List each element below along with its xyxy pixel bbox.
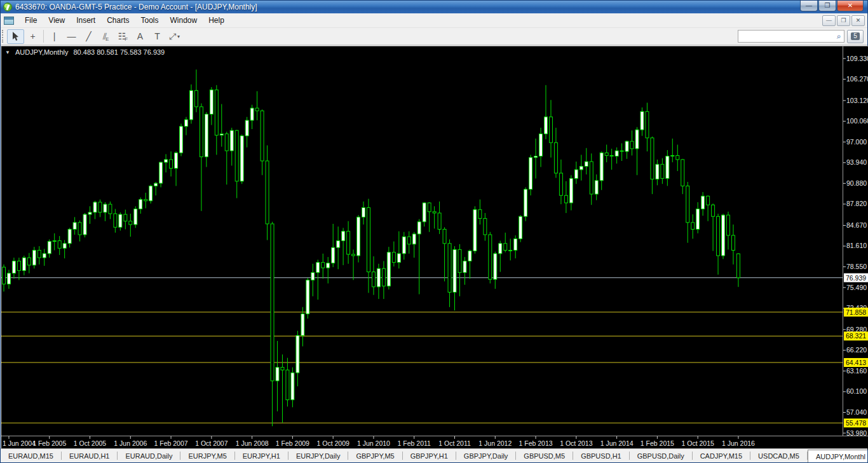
chart-tab-eurjpy-daily[interactable]: EURJPY,Daily	[288, 449, 348, 462]
menu-item-window[interactable]: Window	[165, 14, 203, 27]
time-tick-label: 1 Jun 2008	[236, 439, 269, 447]
arrows-tool-button[interactable]: ⤢▾	[166, 29, 183, 44]
price-tick-label: 90.880	[846, 179, 867, 187]
app-logo-icon	[3, 3, 12, 11]
chart-tab-gbpusd-m5[interactable]: GBPUSD,M5	[516, 449, 573, 462]
chart-tab-gbpjpy-daily[interactable]: GBPJPY,Daily	[456, 449, 516, 462]
time-tick-label: 1 Jun 2016	[722, 439, 755, 447]
window-title: 6433670: OANDA-GMT-5 Practice - Demo Acc…	[15, 3, 257, 11]
menu-item-file[interactable]: File	[19, 14, 43, 27]
time-tick-label: 1 Oct 2009	[316, 439, 349, 447]
chart-tab-eurjpy-h1[interactable]: EURJPY,H1	[235, 449, 288, 462]
time-tick-label: 1 Oct 2011	[438, 439, 471, 447]
menu-item-charts[interactable]: Charts	[101, 14, 135, 27]
vertical-line-tool-button[interactable]: |	[46, 29, 63, 44]
chart-tab-gbpjpy-h1[interactable]: GBPJPY,H1	[403, 449, 456, 462]
collapse-triangle-icon[interactable]: ▼	[5, 50, 10, 55]
toolbar-separator	[43, 30, 44, 43]
chart-tab-bar: EURAUD,M15EURAUD,H1EURAUD,DailyEURJPY,M5…	[1, 448, 867, 462]
time-tick-label: 1 Feb 2007	[154, 439, 188, 447]
notification-count-badge: 5	[851, 32, 860, 40]
chart-tab-eurjpy-m5[interactable]: EURJPY,M5	[180, 449, 234, 462]
price-tick-label: 87.820	[846, 200, 867, 207]
symbol-search-box: ⌕	[738, 30, 844, 43]
hline-label: 55.478	[846, 419, 866, 427]
price-tick-label: 100.060	[846, 117, 868, 125]
title-bar: 6433670: OANDA-GMT-5 Practice - Demo Acc…	[1, 1, 867, 13]
time-tick-label: 1 Oct 2013	[560, 439, 593, 447]
menu-item-view[interactable]: View	[43, 14, 71, 27]
chart-restore-button[interactable]: ❐	[837, 15, 850, 26]
cursor-arrow-icon	[11, 32, 20, 41]
mt4-window: 6433670: OANDA-GMT-5 Practice - Demo Acc…	[0, 0, 868, 463]
chart-window-icon[interactable]	[4, 17, 14, 25]
time-tick-label: 1 Oct 2005	[74, 439, 107, 447]
price-tick-label: 106.270	[846, 75, 868, 83]
text-label-tool-button[interactable]: T	[149, 29, 166, 44]
chart-tab-audjpy-monthl[interactable]: AUDJPY,Monthl	[808, 450, 867, 462]
candlestick-chart[interactable]: 109.330106.270103.120100.06097.00093.940…	[1, 46, 868, 449]
chart-info-line: ▼ AUDJPY,Monthly 80.483 80.581 75.583 76…	[5, 48, 165, 56]
chart-ohlc-values: 80.483 80.581 75.583 76.939	[73, 48, 165, 56]
search-icon[interactable]: ⌕	[834, 32, 844, 41]
search-input[interactable]	[738, 31, 834, 41]
menu-bar: FileViewInsertChartsToolsWindowHelp — ❐ …	[1, 13, 867, 28]
fibonacci-tool-button[interactable]: ☷F	[114, 29, 132, 44]
chart-tab-euraud-daily[interactable]: EURAUD,Daily	[118, 449, 180, 462]
hline-label: 64.413	[846, 359, 866, 366]
price-tick-label: 93.940	[846, 158, 867, 166]
time-tick-label: 1 Jun 2012	[478, 439, 512, 447]
chart-tab-gbpjpy-m5[interactable]: GBPJPY,M5	[348, 449, 402, 462]
window-minimize-button[interactable]: —	[800, 1, 818, 11]
hline-label: 71.858	[846, 308, 866, 316]
chart-close-button[interactable]: ✕	[851, 15, 865, 26]
time-tick-label: 1 Feb 2005	[32, 439, 66, 447]
time-tick-label: 1 Oct 2015	[681, 439, 714, 447]
trendline-tool-button[interactable]: ╱	[80, 29, 97, 44]
notifications-button[interactable]: 5	[847, 30, 864, 43]
time-tick-label: 1 Feb 2013	[519, 439, 552, 447]
chart-tab-euraud-m15[interactable]: EURAUD,M15	[1, 449, 61, 462]
price-tick-label: 63.160	[846, 367, 867, 375]
chart-tab-cadjpy-m15[interactable]: CADJPY,M15	[693, 449, 750, 462]
price-tick-label: 57.040	[846, 408, 867, 416]
time-tick-label: 1 Jun 2010	[357, 439, 390, 447]
chart-tab-usdcad-m5[interactable]: USDCAD,M5	[750, 449, 807, 462]
chart-area[interactable]: ▼ AUDJPY,Monthly 80.483 80.581 75.583 76…	[1, 46, 868, 450]
equidistant-channel-tool-button[interactable]: ⫽E	[97, 29, 114, 44]
price-tick-label: 81.610	[846, 242, 867, 249]
chart-tab-gbpusd-daily[interactable]: GBPUSD,Daily	[630, 449, 692, 462]
chart-symbol-label: AUDJPY,Monthly	[15, 48, 69, 56]
time-tick-label: 1 Feb 2011	[398, 439, 431, 447]
price-tick-label: 60.100	[846, 387, 867, 395]
time-tick-label: 1 Jun 2006	[114, 439, 147, 447]
chart-tab-gbpusd-h1[interactable]: GBPUSD,H1	[573, 449, 629, 462]
time-tick-label: 1 Jun 2014	[600, 439, 634, 447]
window-restore-button[interactable]: ❐	[818, 1, 836, 11]
price-tick-label: 78.550	[846, 263, 867, 270]
window-close-button[interactable]: ✕	[837, 1, 864, 11]
horizontal-line-tool-button[interactable]: —	[63, 29, 80, 44]
menu-item-tools[interactable]: Tools	[135, 14, 165, 27]
menu-item-help[interactable]: Help	[203, 14, 230, 27]
chart-minimize-button[interactable]: —	[822, 15, 836, 26]
price-tick-label: 75.490	[846, 284, 867, 291]
time-tick-label: 1 Jun 2004	[3, 439, 36, 447]
price-tick-label: 53.980	[846, 429, 867, 437]
toolbar-grip[interactable]	[2, 30, 5, 43]
current-price-label: 76.939	[846, 274, 866, 282]
price-tick-label: 103.120	[846, 97, 868, 104]
price-tick-label: 84.670	[846, 221, 867, 229]
price-tick-label: 97.000	[846, 138, 867, 146]
toolbar: +|—╱⫽E☷FAT⤢▾ ⌕ 5	[1, 28, 867, 45]
price-tick-label: 66.220	[846, 346, 867, 354]
menu-item-insert[interactable]: Insert	[71, 14, 101, 27]
hline-label: 68.321	[846, 332, 866, 340]
cursor-tool-button[interactable]	[7, 29, 24, 44]
text-tool-button[interactable]: A	[132, 29, 149, 44]
crosshair-tool-button[interactable]: +	[24, 29, 41, 44]
time-tick-label: 1 Feb 2009	[276, 439, 309, 447]
price-tick-label: 109.330	[846, 55, 868, 62]
chart-tab-euraud-h1[interactable]: EURAUD,H1	[62, 449, 118, 462]
time-tick-label: 1 Feb 2015	[641, 439, 674, 447]
